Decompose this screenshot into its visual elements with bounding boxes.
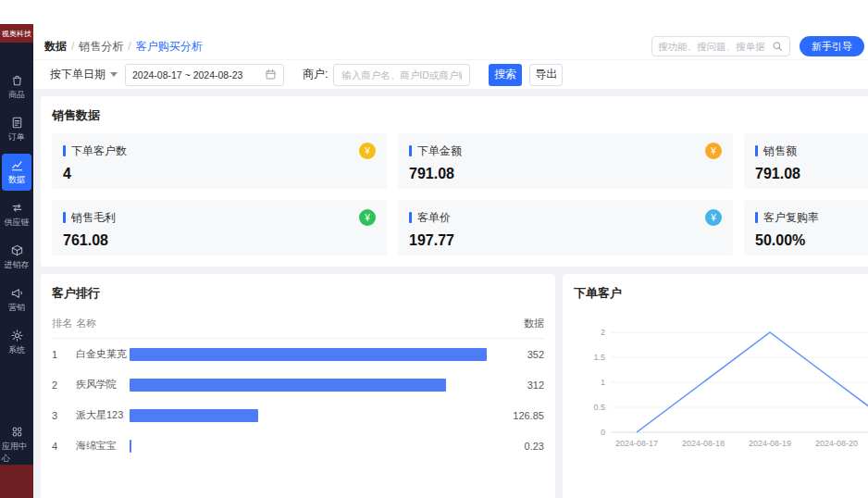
bar-track xyxy=(130,379,496,392)
goods-icon xyxy=(10,73,24,87)
exchange-arrows-icon xyxy=(10,201,24,215)
svg-text:2024-08-20: 2024-08-20 xyxy=(815,439,858,448)
name-cell: 疾风学院 xyxy=(76,378,130,392)
stat-card-avg-order-value: 客单价 ¥ 197.77 xyxy=(398,200,733,255)
svg-text:2024-08-18: 2024-08-18 xyxy=(682,439,725,448)
svg-text:0: 0 xyxy=(601,428,605,437)
yen-badge-icon: ¥ xyxy=(705,209,722,226)
breadcrumb-bar: 数据 / 销售分析 / 客户购买分析 新手引导 xyxy=(33,33,868,59)
stat-value: 761.08 xyxy=(63,232,376,249)
cube-icon xyxy=(10,243,24,257)
svg-text:0.5: 0.5 xyxy=(593,403,605,412)
sidebar-item-label: 数据 xyxy=(8,174,25,186)
accent-bar xyxy=(755,145,758,156)
date-filter-dropdown[interactable]: 按下单日期 xyxy=(50,67,118,82)
card-title: 销售数据 xyxy=(52,107,868,124)
value-cell: 0.23 xyxy=(496,441,544,452)
merchant-label: 商户: xyxy=(303,67,328,82)
chevron-down-icon xyxy=(110,72,118,77)
sidebar-item-app-center[interactable]: 应用中心 xyxy=(2,424,31,465)
svg-text:1: 1 xyxy=(601,378,605,387)
ranking-bar xyxy=(130,379,446,392)
sidebar-item-label: 应用中心 xyxy=(2,441,31,465)
ranking-bar xyxy=(130,348,487,361)
line-chart-svg: 00.511.522024-08-172024-08-182024-08-192… xyxy=(574,307,868,455)
table-row: 1白金史莱克352 xyxy=(52,339,544,369)
sidebar-item-orders[interactable]: 订单 xyxy=(2,111,31,148)
breadcrumb-item[interactable]: 数据 xyxy=(44,39,67,55)
rank-cell: 2 xyxy=(52,380,76,391)
bottom-row: 客户排行 排名 名称 数据 1白金史莱克3522疾风学院3123派大星12312… xyxy=(41,274,868,498)
ranking-rows: 1白金史莱克3522疾风学院3123派大星123126.854海绵宝宝0.23 xyxy=(52,339,544,461)
stat-card-repurchase-rate: 客户复购率 50.00% xyxy=(744,200,868,255)
export-button[interactable]: 导出 xyxy=(529,64,563,86)
accent-bar xyxy=(409,212,412,223)
yen-badge-icon: ¥ xyxy=(705,143,722,159)
bar-track xyxy=(130,348,496,361)
column-header-value: 数据 xyxy=(496,317,544,330)
sidebar: 视奥科技 商品 订单 数据 xyxy=(0,24,33,498)
yen-badge-icon: ¥ xyxy=(359,209,376,226)
card-title: 客户排行 xyxy=(52,285,544,302)
calendar-icon xyxy=(265,68,277,81)
customer-ranking-card: 客户排行 排名 名称 数据 1白金史莱克3522疾风学院3123派大星12312… xyxy=(41,274,555,498)
table-row: 2疾风学院312 xyxy=(52,369,544,400)
svg-text:2024-08-19: 2024-08-19 xyxy=(749,439,791,448)
sidebar-item-supply-chain[interactable]: 供应链 xyxy=(2,196,31,233)
accent-bar xyxy=(63,212,66,223)
table-row: 4海绵宝宝0.23 xyxy=(52,430,544,461)
name-cell: 海绵宝宝 xyxy=(76,439,130,453)
ranking-table-header: 排名 名称 数据 xyxy=(52,309,544,339)
top-spacer xyxy=(33,0,868,33)
search-icon[interactable] xyxy=(772,41,784,53)
search-button[interactable]: 搜索 xyxy=(489,64,522,86)
main-area: 数据 / 销售分析 / 客户购买分析 新手引导 按下单日期 商户: xyxy=(33,0,868,498)
global-search-input[interactable] xyxy=(658,41,772,52)
breadcrumb-separator: / xyxy=(128,40,130,53)
sidebar-item-inventory[interactable]: 进销存 xyxy=(2,239,31,276)
stat-card-sales-amount: 销售额 791.08 xyxy=(744,133,868,189)
sidebar-item-label: 供应链 xyxy=(5,217,30,229)
svg-text:1.5: 1.5 xyxy=(593,353,605,362)
svg-text:2024-08-17: 2024-08-17 xyxy=(615,439,658,448)
sidebar-bottom: 应用中心 xyxy=(0,424,33,498)
name-cell: 白金史莱克 xyxy=(76,347,130,361)
stat-label: 下单客户数 xyxy=(71,143,127,159)
column-header-name: 名称 xyxy=(76,317,130,330)
stat-value: 791.08 xyxy=(755,166,868,182)
stat-card-order-customers: 下单客户数 ¥ 4 xyxy=(52,133,387,189)
stats-grid: 下单客户数 ¥ 4 下单金额 ¥ 791.08 销售额 xyxy=(52,133,868,255)
date-range-input[interactable] xyxy=(132,69,265,81)
breadcrumb-item-current[interactable]: 客户购买分析 xyxy=(136,39,203,55)
logo: 视奥科技 xyxy=(0,24,33,43)
rank-cell: 4 xyxy=(52,441,76,452)
date-range-picker[interactable] xyxy=(125,64,284,86)
ranking-bar xyxy=(130,409,258,422)
chart-line-icon xyxy=(10,158,24,172)
order-icon xyxy=(10,116,24,130)
stat-label: 销售额 xyxy=(763,143,797,159)
stat-label: 客单价 xyxy=(417,210,451,226)
order-customers-chart-card: 下单客户 00.511.522024-08-172024-08-182024-0… xyxy=(563,274,868,498)
merchant-search-input[interactable] xyxy=(333,64,470,86)
sidebar-item-system[interactable]: 系统 xyxy=(2,324,31,361)
rank-cell: 1 xyxy=(52,349,76,360)
yen-badge-icon: ¥ xyxy=(359,143,376,159)
value-cell: 352 xyxy=(496,349,544,360)
guide-button[interactable]: 新手引导 xyxy=(800,36,864,56)
stat-value: 791.08 xyxy=(409,166,722,182)
stat-label: 客户复购率 xyxy=(763,210,819,226)
rank-cell: 3 xyxy=(52,410,76,421)
bar-track xyxy=(130,409,496,422)
sidebar-item-goods[interactable]: 商品 xyxy=(2,68,31,106)
stat-label: 下单金额 xyxy=(417,143,462,159)
sidebar-item-marketing[interactable]: 营销 xyxy=(2,281,31,318)
breadcrumb-item[interactable]: 销售分析 xyxy=(79,39,123,55)
sidebar-item-label: 系统 xyxy=(8,344,25,356)
value-cell: 312 xyxy=(496,380,544,391)
stat-card-gross-profit: 销售毛利 ¥ 761.08 xyxy=(52,200,387,255)
sidebar-item-data[interactable]: 数据 xyxy=(2,154,31,191)
stat-card-order-amount: 下单金额 ¥ 791.08 xyxy=(398,133,733,189)
accent-bar xyxy=(409,145,412,156)
global-search xyxy=(651,36,790,56)
